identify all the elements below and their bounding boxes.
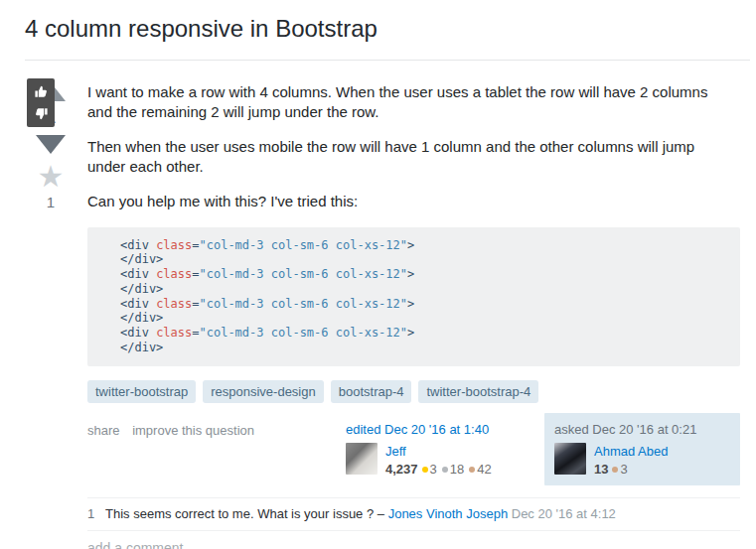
- asker-avatar[interactable]: [554, 443, 586, 475]
- code-line: <div class="col-md-3 col-sm-6 col-xs-12"…: [120, 267, 730, 282]
- question-paragraph: Then when the user uses mobile the row w…: [87, 137, 728, 176]
- silver-badge: 18: [442, 462, 464, 477]
- tags-row: twitter-bootstrapresponsive-designbootst…: [87, 380, 740, 403]
- gold-badge-icon: [422, 467, 428, 473]
- favorite-count: 1: [47, 194, 55, 210]
- comment-date: Dec 20 '16 at 4:12: [508, 506, 616, 521]
- question-post: 1 ★ 1 I want to make a row with 4 column…: [25, 82, 740, 549]
- edited-timestamp-link[interactable]: edited Dec 20 '16 at 1:40: [346, 421, 544, 438]
- edited-signature: edited Dec 20 '16 at 1:40 Jeff 4,2373184…: [346, 417, 544, 478]
- editor-reputation: 4,237: [385, 462, 418, 477]
- comment-score: 1: [87, 506, 105, 522]
- title-divider: [25, 60, 750, 61]
- post-cell: I want to make a row with 4 columns. Whe…: [87, 82, 740, 549]
- extension-vote-overlay: [27, 78, 55, 127]
- editor-name-link[interactable]: Jeff: [385, 443, 497, 460]
- thumbs-up-icon[interactable]: [34, 84, 49, 99]
- asker-reputation-row: 133: [594, 461, 668, 478]
- bronze-badge-icon: [612, 467, 618, 473]
- post-menu: share improve this question: [87, 417, 346, 438]
- code-block: <div class="col-md-3 col-sm-6 col-xs-12"…: [87, 227, 740, 366]
- question-body: I want to make a row with 4 columns. Whe…: [87, 82, 740, 211]
- comments-section: 1 This seems correct to me. What is your…: [87, 497, 740, 549]
- comment-user-link[interactable]: Jones Vinoth Joseph: [388, 506, 508, 521]
- favorite-star-icon[interactable]: ★: [38, 163, 65, 191]
- code-line: </div>: [120, 311, 730, 326]
- comment-body: This seems correct to me. What is your i…: [105, 506, 616, 522]
- comment: 1 This seems correct to me. What is your…: [87, 497, 740, 530]
- code-line: <div class="col-md-3 col-sm-6 col-xs-12"…: [120, 297, 730, 312]
- comment-text: This seems correct to me. What is your i…: [105, 506, 388, 521]
- tag-responsive-design[interactable]: responsive-design: [203, 380, 324, 403]
- asked-timestamp: asked Dec 20 '16 at 0:21: [554, 421, 730, 438]
- bronze-badge: 3: [612, 462, 627, 477]
- asker-reputation: 13: [594, 462, 608, 477]
- asked-signature: asked Dec 20 '16 at 0:21 Ahmad Abed 133: [544, 413, 740, 485]
- downvote-arrow-icon[interactable]: [36, 135, 66, 154]
- page-container: 4 column responsive in Bootstrap 1 ★ 1 I…: [0, 15, 756, 549]
- bronze-badge: 42: [469, 462, 491, 477]
- silver-badge-icon: [442, 467, 448, 473]
- add-comment-link[interactable]: add a comment: [87, 530, 740, 549]
- tag-twitter-bootstrap[interactable]: twitter-bootstrap: [87, 380, 196, 403]
- code-line: </div>: [120, 282, 730, 297]
- question-paragraph: Can you help me with this? I've tried th…: [87, 192, 728, 211]
- asker-name-link[interactable]: Ahmad Abed: [594, 443, 668, 460]
- code-line: <div class="col-md-3 col-sm-6 col-xs-12"…: [120, 238, 730, 253]
- vote-cell: 1 ★ 1: [25, 82, 87, 549]
- code-line: </div>: [120, 341, 730, 355]
- question-title[interactable]: 4 column responsive in Bootstrap: [25, 15, 740, 43]
- gold-badge: 3: [422, 462, 437, 477]
- tag-bootstrap-4[interactable]: bootstrap-4: [331, 380, 412, 403]
- question-paragraph: I want to make a row with 4 columns. Whe…: [87, 82, 728, 121]
- code-line: </div>: [120, 252, 730, 267]
- bronze-badge-icon: [469, 467, 475, 473]
- share-link[interactable]: share: [87, 423, 120, 438]
- post-signature-row: share improve this question edited Dec 2…: [87, 417, 740, 485]
- improve-question-link[interactable]: improve this question: [132, 423, 254, 438]
- thumbs-down-icon[interactable]: [34, 106, 49, 121]
- code-line: <div class="col-md-3 col-sm-6 col-xs-12"…: [120, 326, 730, 341]
- tag-twitter-bootstrap-4[interactable]: twitter-bootstrap-4: [418, 380, 538, 403]
- editor-reputation-row: 4,23731842: [385, 461, 497, 478]
- editor-avatar[interactable]: [346, 443, 378, 475]
